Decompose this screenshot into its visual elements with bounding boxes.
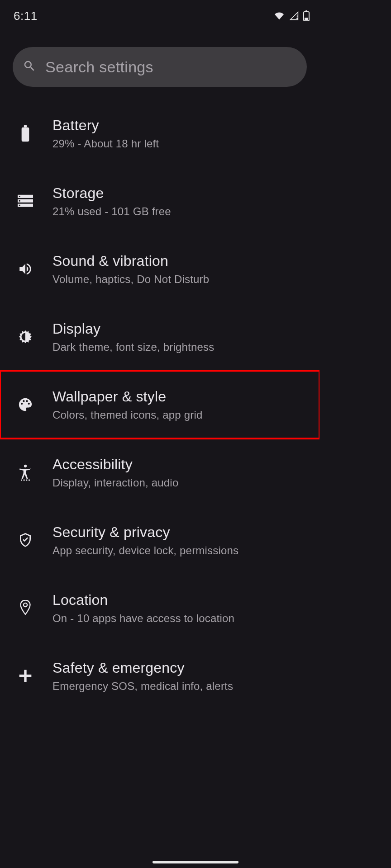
svg-rect-4 [305,18,308,20]
settings-item-subtitle: Emergency SOS, medical info, alerts [52,680,233,693]
settings-item-subtitle: Dark theme, font size, brightness [52,341,214,354]
settings-item-text: Sound & vibrationVolume, haptics, Do Not… [52,253,209,286]
settings-item-text: Storage21% used - 101 GB free [52,185,171,218]
search-icon [23,59,36,75]
settings-item-subtitle: Display, interaction, audio [52,476,178,489]
safety-icon [11,669,40,683]
svg-rect-12 [19,205,20,206]
settings-item-wallpaper-style[interactable]: Wallpaper & styleColors, themed icons, a… [0,371,319,439]
statusbar-right [273,10,310,21]
settings-item-text: Wallpaper & styleColors, themed icons, a… [52,388,203,421]
wifi-icon [273,11,285,20]
settings-item-subtitle: App security, device lock, permissions [52,544,238,557]
svg-rect-1 [297,15,298,17]
display-icon [11,329,40,344]
sound-icon [11,261,40,277]
settings-item-security-privacy[interactable]: Security & privacyApp security, device l… [0,506,319,574]
settings-item-title: Sound & vibration [52,253,209,269]
svg-rect-14 [21,480,22,481]
settings-item-subtitle: Colors, themed icons, app grid [52,409,203,421]
search-placeholder: Search settings [45,58,153,76]
svg-rect-16 [26,480,27,481]
svg-rect-10 [19,196,20,197]
settings-item-text: Security & privacyApp security, device l… [52,524,238,557]
settings-item-sound-vibration[interactable]: Sound & vibrationVolume, haptics, Do Not… [0,235,319,303]
settings-item-title: Wallpaper & style [52,388,203,405]
settings-item-text: AccessibilityDisplay, interaction, audio [52,456,178,489]
settings-list: Battery29% - About 18 hr leftStorage21% … [0,87,319,709]
settings-item-title: Security & privacy [52,524,238,541]
settings-item-location[interactable]: LocationOn - 10 apps have access to loca… [0,574,319,642]
svg-point-13 [24,465,27,467]
settings-item-text: DisplayDark theme, font size, brightness [52,321,214,354]
signal-icon [289,11,300,20]
accessibility-icon [11,464,40,481]
palette-icon [11,397,40,412]
settings-item-title: Safety & emergency [52,660,233,676]
settings-item-battery[interactable]: Battery29% - About 18 hr left [0,99,319,167]
svg-rect-6 [24,125,27,127]
settings-item-accessibility[interactable]: AccessibilityDisplay, interaction, audio [0,439,319,506]
search-settings[interactable]: Search settings [13,47,307,87]
battery-status-icon [303,10,310,21]
settings-item-display[interactable]: DisplayDark theme, font size, brightness [0,303,319,371]
location-icon [11,600,40,616]
settings-item-title: Storage [52,185,171,202]
statusbar-time: 6:11 [14,9,38,23]
svg-rect-15 [24,480,25,481]
settings-item-subtitle: 29% - About 18 hr left [52,137,159,150]
security-icon [11,532,40,548]
settings-item-safety-emergency[interactable]: Safety & emergencyEmergency SOS, medical… [0,642,319,709]
settings-item-title: Display [52,321,214,337]
battery-icon [11,124,40,142]
settings-item-text: Battery29% - About 18 hr left [52,117,159,150]
storage-icon [11,194,40,208]
settings-item-subtitle: Volume, haptics, Do Not Disturb [52,273,209,286]
svg-point-0 [296,18,298,19]
svg-rect-17 [29,480,30,481]
svg-rect-3 [305,10,307,12]
svg-rect-11 [19,200,20,202]
svg-rect-5 [22,127,29,142]
settings-item-subtitle: On - 10 apps have access to location [52,612,234,625]
settings-item-subtitle: 21% used - 101 GB free [52,205,171,218]
settings-item-title: Accessibility [52,456,178,473]
statusbar: 6:11 [0,0,319,32]
settings-item-title: Battery [52,117,159,134]
settings-item-title: Location [52,592,234,609]
settings-item-text: LocationOn - 10 apps have access to loca… [52,592,234,625]
settings-item-storage[interactable]: Storage21% used - 101 GB free [0,167,319,235]
settings-item-text: Safety & emergencyEmergency SOS, medical… [52,660,233,693]
